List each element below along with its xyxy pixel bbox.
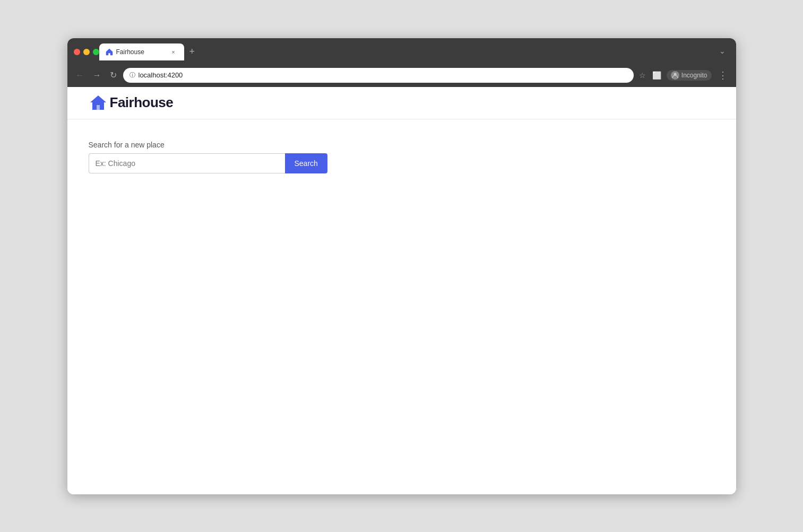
tab-title: Fairhouse xyxy=(116,48,166,56)
browser-window: Fairhouse × + ⌄ ← → ↻ ⓘ localhost:4200 ☆… xyxy=(67,38,736,494)
page-content: Fairhouse Search for a new place Search xyxy=(67,87,736,494)
chrome-dropdown-btn[interactable]: ⌄ xyxy=(715,45,730,57)
search-row: Search xyxy=(89,153,715,173)
app-header: Fairhouse xyxy=(67,87,736,119)
address-bar-row: ← → ↻ ⓘ localhost:4200 ☆ ⬜ Incognito ⋮ xyxy=(67,65,736,87)
star-btn[interactable]: ☆ xyxy=(638,70,647,81)
tab-favicon xyxy=(106,48,113,56)
chrome-top-row: Fairhouse × + ⌄ xyxy=(74,43,730,60)
window-close-btn[interactable] xyxy=(74,49,80,55)
back-btn[interactable]: ← xyxy=(74,70,87,81)
split-tab-btn[interactable]: ⬜ xyxy=(651,70,662,81)
search-input[interactable] xyxy=(89,153,285,173)
new-tab-btn[interactable]: + xyxy=(185,45,200,58)
search-label: Search for a new place xyxy=(89,141,715,149)
forward-btn[interactable]: → xyxy=(91,70,103,81)
tab-close-btn[interactable]: × xyxy=(169,48,178,56)
security-icon: ⓘ xyxy=(129,71,135,79)
window-minimize-btn[interactable] xyxy=(83,49,90,55)
url-text: localhost:4200 xyxy=(139,71,627,79)
address-bar[interactable]: ⓘ localhost:4200 xyxy=(123,68,634,83)
incognito-label: Incognito xyxy=(681,72,707,79)
browser-menu-btn[interactable]: ⋮ xyxy=(716,68,730,82)
app-title: Fairhouse xyxy=(110,94,174,111)
tabs-row: Fairhouse × + xyxy=(99,43,715,60)
incognito-badge: Incognito xyxy=(667,70,712,81)
search-button[interactable]: Search xyxy=(285,153,327,173)
main-content: Search for a new place Search xyxy=(67,119,736,494)
window-maximize-btn[interactable] xyxy=(93,49,99,55)
incognito-icon xyxy=(671,71,679,80)
svg-rect-2 xyxy=(97,105,100,110)
logo-house-icon xyxy=(89,93,108,112)
chrome-bar: Fairhouse × + ⌄ xyxy=(67,38,736,65)
active-tab[interactable]: Fairhouse × xyxy=(99,43,184,60)
reload-btn[interactable]: ↻ xyxy=(108,70,119,81)
address-actions: ☆ ⬜ Incognito ⋮ xyxy=(638,68,730,82)
app-logo: Fairhouse xyxy=(89,93,174,112)
window-controls xyxy=(74,49,99,55)
